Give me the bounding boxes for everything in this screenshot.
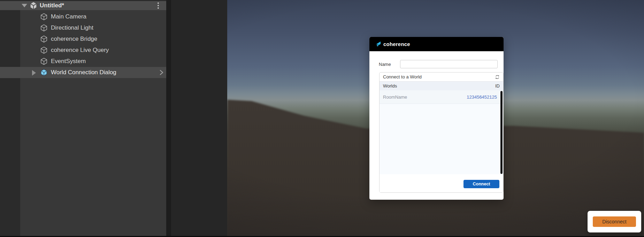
hierarchy-item-label: Main Camera xyxy=(51,13,86,20)
id-column-header: ID xyxy=(495,83,500,89)
coherence-logo-icon xyxy=(376,41,381,47)
scrollbar[interactable] xyxy=(500,91,503,174)
dialog-header: coherence xyxy=(369,37,504,51)
gameobject-cube-icon xyxy=(40,35,48,43)
foldout-collapsed-icon[interactable] xyxy=(32,70,36,76)
name-row: Name xyxy=(379,60,495,68)
kebab-menu-icon[interactable] xyxy=(158,2,159,9)
brand-name: coherence xyxy=(383,41,410,47)
panel-footer: Connect xyxy=(380,174,503,192)
worlds-list: RoomName 123456452125 xyxy=(380,90,503,174)
prefab-cube-icon xyxy=(40,69,48,76)
hierarchy-item-coherence-live-query[interactable]: coherence Live Query xyxy=(0,45,166,56)
hierarchy-item-label: coherence Live Query xyxy=(51,47,109,54)
hierarchy-item-label: Directional Light xyxy=(51,24,93,31)
panel-title-row: Connect to a World xyxy=(380,72,503,81)
hierarchy-item-label: World Connection Dialog xyxy=(51,69,116,76)
open-prefab-chevron-icon[interactable] xyxy=(159,69,164,76)
hierarchy-item-coherence-bridge[interactable]: coherence Bridge xyxy=(0,33,166,45)
hierarchy-item-main-camera[interactable]: Main Camera xyxy=(0,11,166,22)
hierarchy-item-label: coherence Bridge xyxy=(51,36,97,43)
panel-title: Connect to a World xyxy=(383,74,422,79)
connect-button[interactable]: Connect xyxy=(463,180,499,188)
name-label: Name xyxy=(379,62,391,67)
gameobject-cube-icon xyxy=(40,46,48,54)
hierarchy-item-directional-light[interactable]: Directional Light xyxy=(0,22,166,33)
hierarchy-item-label: EventSystem xyxy=(51,58,86,65)
gameobject-cube-icon xyxy=(40,24,48,32)
gameobject-cube-icon xyxy=(40,13,48,21)
connect-world-panel: Connect to a World Worlds ID RoomName 12… xyxy=(379,72,504,193)
panel-divider xyxy=(166,0,171,236)
name-input[interactable] xyxy=(400,60,498,68)
unity-editor-window: Untitled* Main Camera Directional L xyxy=(0,0,644,237)
worlds-list-header: Worlds ID xyxy=(380,81,503,90)
hierarchy-item-world-connection-dialog[interactable]: World Connection Dialog xyxy=(0,67,166,78)
gameobject-cube-icon xyxy=(40,58,48,65)
scene-foldout-expanded-icon[interactable] xyxy=(22,4,27,7)
hierarchy-items: Main Camera Directional Light coherence … xyxy=(0,11,166,78)
refresh-icon[interactable] xyxy=(495,75,500,79)
world-name: RoomName xyxy=(383,94,407,100)
worlds-column-header: Worlds xyxy=(383,83,397,89)
scene-header-row[interactable]: Untitled* xyxy=(0,1,166,10)
disconnect-overlay-panel: Disconnect xyxy=(588,211,641,232)
hierarchy-item-eventsystem[interactable]: EventSystem xyxy=(0,56,166,67)
hierarchy-panel: Untitled* Main Camera Directional L xyxy=(0,0,166,236)
unity-scene-icon xyxy=(30,2,37,9)
disconnect-button[interactable]: Disconnect xyxy=(593,216,636,227)
world-id: 123456452125 xyxy=(467,94,497,100)
world-list-item[interactable]: RoomName 123456452125 xyxy=(380,90,503,104)
coherence-connect-dialog: coherence Name Connect to a World Worlds… xyxy=(369,37,504,200)
scene-title: Untitled* xyxy=(40,2,64,9)
